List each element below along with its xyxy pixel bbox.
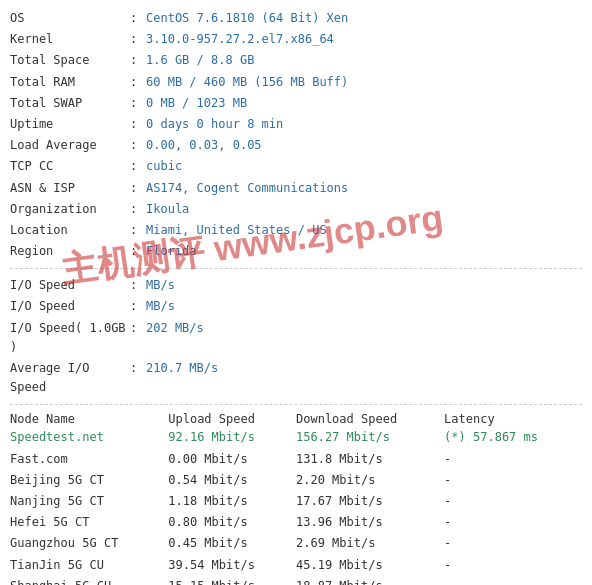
label-total-space: Total Space	[10, 51, 130, 70]
cell-download: 2.20 Mbit/s	[296, 470, 444, 491]
table-row: Kernel : 3.10.0-957.27.2.el7.x86_64	[10, 29, 582, 50]
label-io2: I/O Speed	[10, 297, 130, 316]
col-header-download: Download Speed	[296, 411, 444, 427]
label-avg-io: Average I/O Speed	[10, 359, 130, 397]
table-row: TianJin 5G CU39.54 Mbit/s45.19 Mbit/s-	[10, 555, 582, 576]
value-io3: 202 MB/s	[146, 319, 204, 357]
label-load-average: Load Average	[10, 136, 130, 155]
label-total-swap: Total SWAP	[10, 94, 130, 113]
value-kernel: 3.10.0-957.27.2.el7.x86_64	[146, 30, 334, 49]
label-io3: I/O Speed( 1.0GB )	[10, 319, 130, 357]
network-section: Node Name Upload Speed Download Speed La…	[10, 411, 582, 585]
label-organization: Organization	[10, 200, 130, 219]
table-row: Total RAM : 60 MB / 460 MB (156 MB Buff)	[10, 72, 582, 93]
label-asn-isp: ASN & ISP	[10, 179, 130, 198]
table-row: Organization : Ikoula	[10, 199, 582, 220]
cell-latency: -	[444, 576, 582, 585]
cell-latency: -	[444, 533, 582, 554]
cell-upload: 92.16 Mbit/s	[168, 427, 296, 448]
table-row: OS : CentOS 7.6.1810 (64 Bit) Xen	[10, 8, 582, 29]
table-row: Uptime : 0 days 0 hour 8 min	[10, 114, 582, 135]
cell-node: Fast.com	[10, 449, 168, 470]
cell-node: Nanjing 5G CT	[10, 491, 168, 512]
table-row: Hefei 5G CT0.80 Mbit/s13.96 Mbit/s-	[10, 512, 582, 533]
cell-download: 13.96 Mbit/s	[296, 512, 444, 533]
cell-download: 131.8 Mbit/s	[296, 449, 444, 470]
label-location: Location	[10, 221, 130, 240]
table-row: Region : Florida	[10, 241, 582, 262]
label-kernel: Kernel	[10, 30, 130, 49]
value-region: Florida	[146, 242, 197, 261]
value-asn-isp: AS174, Cogent Communications	[146, 179, 348, 198]
cell-latency: -	[444, 470, 582, 491]
cell-upload: 39.54 Mbit/s	[168, 555, 296, 576]
table-row: Total SWAP : 0 MB / 1023 MB	[10, 93, 582, 114]
table-row: Load Average : 0.00, 0.03, 0.05	[10, 135, 582, 156]
cell-upload: 0.00 Mbit/s	[168, 449, 296, 470]
table-row: Nanjing 5G CT1.18 Mbit/s17.67 Mbit/s-	[10, 491, 582, 512]
table-row: Location : Miami, United States / US	[10, 220, 582, 241]
col-header-node: Node Name	[10, 411, 168, 427]
value-total-space: 1.6 GB / 8.8 GB	[146, 51, 254, 70]
divider-1	[10, 268, 582, 269]
cell-upload: 15.15 Mbit/s	[168, 576, 296, 585]
value-uptime: 0 days 0 hour 8 min	[146, 115, 283, 134]
table-row: Speedtest.net92.16 Mbit/s156.27 Mbit/s(*…	[10, 427, 582, 448]
value-load-average: 0.00, 0.03, 0.05	[146, 136, 262, 155]
value-os: CentOS 7.6.1810 (64 Bit) Xen	[146, 9, 348, 28]
cell-node: Hefei 5G CT	[10, 512, 168, 533]
table-row: Fast.com0.00 Mbit/s131.8 Mbit/s-	[10, 449, 582, 470]
cell-download: 2.69 Mbit/s	[296, 533, 444, 554]
value-io1: MB/s	[146, 276, 175, 295]
divider-2	[10, 404, 582, 405]
table-header-row: Node Name Upload Speed Download Speed La…	[10, 411, 582, 427]
col-header-upload: Upload Speed	[168, 411, 296, 427]
table-row: Beijing 5G CT0.54 Mbit/s2.20 Mbit/s-	[10, 470, 582, 491]
label-os: OS	[10, 9, 130, 28]
label-uptime: Uptime	[10, 115, 130, 134]
table-row: I/O Speed : MB/s	[10, 296, 582, 317]
sysinfo-section: OS : CentOS 7.6.1810 (64 Bit) Xen Kernel…	[10, 8, 582, 262]
cell-upload: 0.80 Mbit/s	[168, 512, 296, 533]
cell-download: 17.67 Mbit/s	[296, 491, 444, 512]
table-row: Total Space : 1.6 GB / 8.8 GB	[10, 50, 582, 71]
cell-latency: -	[444, 512, 582, 533]
cell-upload: 0.45 Mbit/s	[168, 533, 296, 554]
value-total-swap: 0 MB / 1023 MB	[146, 94, 247, 113]
value-avg-io: 210.7 MB/s	[146, 359, 218, 397]
table-row: Guangzhou 5G CT0.45 Mbit/s2.69 Mbit/s-	[10, 533, 582, 554]
value-total-ram: 60 MB / 460 MB (156 MB Buff)	[146, 73, 348, 92]
table-row: I/O Speed( 1.0GB ) : 202 MB/s	[10, 318, 582, 358]
cell-latency: -	[444, 491, 582, 512]
table-row: Average I/O Speed : 210.7 MB/s	[10, 358, 582, 398]
col-header-latency: Latency	[444, 411, 582, 427]
value-io2: MB/s	[146, 297, 175, 316]
io-section: I/O Speed : MB/s I/O Speed : MB/s I/O Sp…	[10, 275, 582, 398]
cell-latency: (*) 57.867 ms	[444, 427, 582, 448]
value-tcp-cc: cubic	[146, 157, 182, 176]
network-table: Node Name Upload Speed Download Speed La…	[10, 411, 582, 585]
cell-latency: -	[444, 555, 582, 576]
cell-download: 156.27 Mbit/s	[296, 427, 444, 448]
cell-node: Beijing 5G CT	[10, 470, 168, 491]
table-row: Shanghai 5G CU15.15 Mbit/s18.87 Mbit/s-	[10, 576, 582, 585]
table-row: I/O Speed : MB/s	[10, 275, 582, 296]
cell-upload: 1.18 Mbit/s	[168, 491, 296, 512]
cell-node: Shanghai 5G CU	[10, 576, 168, 585]
label-tcp-cc: TCP CC	[10, 157, 130, 176]
cell-latency: -	[444, 449, 582, 470]
label-total-ram: Total RAM	[10, 73, 130, 92]
cell-node: Speedtest.net	[10, 427, 168, 448]
cell-download: 45.19 Mbit/s	[296, 555, 444, 576]
value-location: Miami, United States / US	[146, 221, 327, 240]
cell-node: Guangzhou 5G CT	[10, 533, 168, 554]
table-row: TCP CC : cubic	[10, 156, 582, 177]
cell-download: 18.87 Mbit/s	[296, 576, 444, 585]
label-region: Region	[10, 242, 130, 261]
label-io1: I/O Speed	[10, 276, 130, 295]
cell-upload: 0.54 Mbit/s	[168, 470, 296, 491]
cell-node: TianJin 5G CU	[10, 555, 168, 576]
table-row: ASN & ISP : AS174, Cogent Communications	[10, 178, 582, 199]
value-organization: Ikoula	[146, 200, 189, 219]
